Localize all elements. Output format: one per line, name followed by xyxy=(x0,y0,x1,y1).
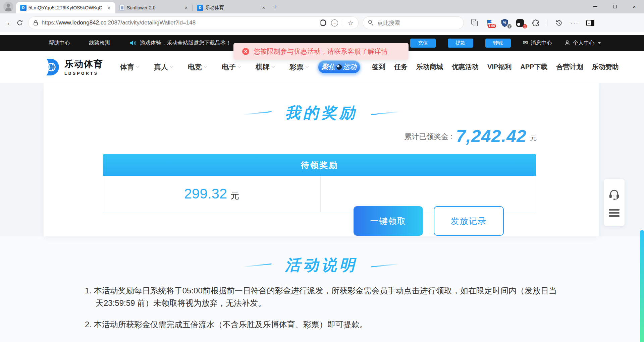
restriction-toast: ✕ 您被限制参与优惠活动，请联系客服了解详情 xyxy=(233,43,409,60)
user-center-label: 个人中心 xyxy=(573,40,594,47)
nav-mall[interactable]: 乐动商城 xyxy=(416,62,443,71)
close-tab-icon[interactable]: × xyxy=(183,5,189,11)
total-amount: 7,242.42 xyxy=(456,127,527,145)
favorite-star-icon[interactable]: ☆ xyxy=(348,19,354,27)
page-scrollbar-thumb[interactable] xyxy=(640,230,644,342)
decorative-line xyxy=(371,111,400,115)
logo-title: 乐动体育 xyxy=(64,58,103,70)
tab-title: Sunflower 2.0 xyxy=(127,5,181,10)
history-clock-icon xyxy=(555,19,563,27)
extensions-button[interactable] xyxy=(532,19,539,27)
focus-sport-badge[interactable]: 聚焦 运动 xyxy=(318,60,361,74)
chevron-down-icon xyxy=(204,65,207,68)
coupon-extension-button[interactable]: % 2 xyxy=(501,19,508,27)
nav-vip[interactable]: VIP福利 xyxy=(487,62,512,71)
speaker-icon xyxy=(129,40,137,46)
refresh-button[interactable] xyxy=(15,18,25,28)
section-title: 我的奖励 xyxy=(285,103,358,123)
chevron-down-icon xyxy=(598,42,601,44)
page-content: 我的奖励 累计已领奖金 : 7,242.42 元 待领奖励 299.32 元 一… xyxy=(0,83,644,342)
flag-extension-button[interactable]: 1.00 xyxy=(486,19,493,26)
site-favicon-icon: D xyxy=(197,5,203,11)
search-icon xyxy=(368,20,374,25)
collections-button[interactable] xyxy=(471,19,478,26)
nav-checkin[interactable]: 签到 xyxy=(372,62,385,71)
menu-live[interactable]: 真人 xyxy=(154,62,173,72)
pages-icon xyxy=(471,19,478,26)
tab-title: 乐动体育 xyxy=(205,5,259,11)
tab-title: 5LmQ5Yqo5L2T6IKyfOS5kOWKqC xyxy=(29,5,104,10)
menu-slots[interactable]: 电子 xyxy=(222,62,240,72)
line-check-link[interactable]: 线路检测 xyxy=(89,40,110,47)
menu-sports[interactable]: 体育 xyxy=(120,62,139,72)
search-placeholder: 点此搜索 xyxy=(377,19,400,27)
chevron-down-icon xyxy=(272,65,275,68)
rule-item: 2. 本活动所获彩金仅需完成五倍流水（不含乐胜及乐博体育、彩票）即可提款。 xyxy=(85,318,557,331)
maximize-button[interactable] xyxy=(605,0,625,13)
extension-icons-row: 1.00 % 2 1 xyxy=(471,19,594,27)
new-tab-button[interactable]: + xyxy=(270,2,280,12)
transfer-button[interactable]: 转账 xyxy=(485,39,511,48)
browser-window: D 5LmQ5Yqo5L2T6IKyfOS5kOWKqC × Sunflower… xyxy=(0,0,644,342)
decorative-line xyxy=(243,111,272,115)
withdraw-button[interactable]: 提款 xyxy=(448,39,473,48)
nav-tasks[interactable]: 任务 xyxy=(394,62,408,71)
menu-chess[interactable]: 棋牌 xyxy=(256,62,274,72)
history-button[interactable] xyxy=(555,19,563,27)
activity-title-row: 活动说明 xyxy=(44,255,599,276)
currency-unit: 元 xyxy=(230,190,239,202)
swirl-extension-icon[interactable] xyxy=(320,19,326,26)
notifier-extension-button[interactable]: 1 xyxy=(516,19,524,27)
sidebar-toggle-button[interactable]: ← xyxy=(586,20,594,26)
game-menus: 体育 真人 电竞 电子 棋牌 彩票 xyxy=(120,62,308,72)
nav-partnership[interactable]: 合营计划 xyxy=(556,62,583,71)
announcement-text: 游戏体验，乐动全站版邀您下载品鉴！ xyxy=(140,40,231,47)
browser-profile-button[interactable] xyxy=(3,2,13,12)
logo-subtitle: LDSPORTS xyxy=(64,71,103,76)
person-icon xyxy=(7,4,10,7)
user-icon xyxy=(564,40,570,46)
back-button[interactable]: ← xyxy=(5,18,15,28)
more-services-icon[interactable]: … xyxy=(331,19,338,26)
window-controls: × xyxy=(586,0,644,13)
activity-rules: 1. 本活动奖励每日系统将于05:00前根据前一日符合的彩金进行派发，所获彩金需… xyxy=(85,284,557,331)
my-rewards-title-row: 我的奖励 xyxy=(44,103,599,123)
nav-promotions[interactable]: 优惠活动 xyxy=(452,62,479,71)
menu-hamburger-icon[interactable] xyxy=(609,209,620,217)
close-window-button[interactable]: × xyxy=(625,0,644,13)
menu-esports[interactable]: 电竞 xyxy=(188,62,207,72)
lock-icon xyxy=(33,20,38,26)
chevron-down-icon xyxy=(306,65,309,68)
sidebar-icon: ← xyxy=(586,20,594,26)
deposit-button[interactable]: 充值 xyxy=(410,39,436,48)
url-text: https://www.ledong842.cc:2087/activity/d… xyxy=(42,19,315,26)
ball-icon xyxy=(336,64,342,70)
records-button[interactable]: 发放记录 xyxy=(434,206,504,236)
nav-sponsorship[interactable]: 乐动赞助 xyxy=(592,62,619,71)
address-bar[interactable]: https://www.ledong842.cc:2087/activity/d… xyxy=(28,16,359,29)
close-tab-icon[interactable]: × xyxy=(106,5,112,11)
user-center-link[interactable]: 个人中心 xyxy=(564,40,601,47)
message-center-link[interactable]: ✉ 消息中心 xyxy=(523,39,552,47)
help-center-link[interactable]: 帮助中心 xyxy=(49,40,70,47)
tab-activity-page[interactable]: D 5LmQ5Yqo5L2T6IKyfOS5kOWKqC × xyxy=(16,2,115,13)
announcement: 游戏体验，乐动全站版邀您下载品鉴！ xyxy=(129,40,231,47)
refresh-icon xyxy=(16,19,23,26)
minimize-button[interactable] xyxy=(586,0,605,13)
site-favicon-icon: D xyxy=(20,5,26,11)
nav-app-download[interactable]: APP下载 xyxy=(520,62,547,71)
quick-search-box[interactable]: 点此搜索 xyxy=(363,16,464,29)
site-logo[interactable]: 乐动体育 LDSPORTS xyxy=(43,58,103,76)
customer-service-headset-icon[interactable] xyxy=(608,188,620,200)
minimize-icon xyxy=(593,6,597,7)
settings-more-button[interactable]: ··· xyxy=(571,19,579,26)
pending-reward-table: 待领奖励 299.32 元 一键领取 发放记录 xyxy=(103,154,536,212)
close-tab-icon[interactable]: × xyxy=(261,5,267,11)
site-top-bar-right: 充值 提款 转账 ✉ 消息中心 个人中心 xyxy=(410,39,601,48)
tab-sunflower[interactable]: Sunflower 2.0 × xyxy=(115,2,193,13)
my-rewards-card: 我的奖励 累计已领奖金 : 7,242.42 元 待领奖励 299.32 元 一… xyxy=(44,83,599,236)
tab-ledong[interactable]: D 乐动体育 × xyxy=(193,2,270,13)
chevron-down-icon xyxy=(238,65,241,68)
menu-lottery[interactable]: 彩票 xyxy=(289,62,308,72)
claim-all-button[interactable]: 一键领取 xyxy=(354,206,423,236)
